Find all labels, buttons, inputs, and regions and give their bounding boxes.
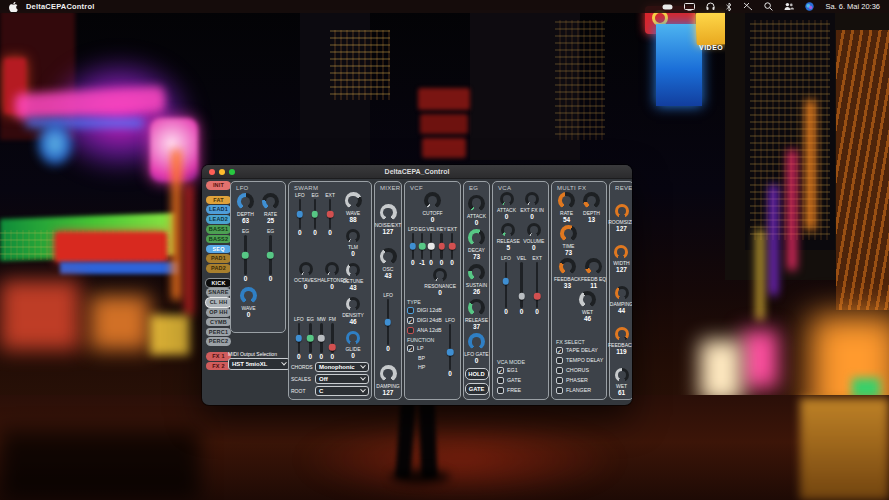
checkbox-digi-24db[interactable]: ✓DIGI 24dB: [407, 317, 442, 324]
mixer-osc-knob[interactable]: OSC43: [380, 248, 397, 279]
checkbox-bp[interactable]: BP: [407, 355, 442, 361]
spotlight-icon[interactable]: [764, 2, 773, 12]
reverb-wet-knob[interactable]: WET61: [615, 368, 629, 396]
reverb-roomsize-knob[interactable]: ROOMSIZE127: [608, 204, 632, 232]
vca-release-knob[interactable]: RELEASE5: [497, 223, 520, 251]
vcf-key-slider[interactable]: KEY0: [437, 226, 447, 266]
preset-perc1[interactable]: PERC1: [206, 328, 231, 337]
preset-lead1[interactable]: LEAD1: [206, 205, 231, 214]
vcf-resonance-knob[interactable]: RESONANCE0: [424, 268, 456, 296]
vcf-eg-slider[interactable]: EG-1: [418, 226, 425, 266]
vcf-lfo-mod-slider[interactable]: LFO0: [442, 317, 458, 377]
mfx-depth-knob[interactable]: DEPTH13: [583, 192, 600, 223]
mfx-rate-knob[interactable]: RATE54: [558, 192, 575, 223]
lfo-eg1-slider[interactable]: EG0: [242, 228, 249, 282]
pill-icon[interactable]: [662, 2, 673, 12]
vca-ext-slider[interactable]: EXT0: [532, 255, 542, 315]
scales-dropdown[interactable]: Off: [315, 374, 369, 384]
checkbox-hp[interactable]: HP: [407, 364, 442, 370]
vcf-lfo-slider[interactable]: LFO0: [408, 226, 418, 266]
lfo-rate-knob[interactable]: RATE25: [262, 193, 279, 224]
siri-icon[interactable]: [805, 2, 814, 12]
lfo-depth-knob[interactable]: DEPTH63: [237, 193, 254, 224]
lfo-eg2-slider[interactable]: EG0: [267, 228, 274, 282]
swarm-tlm-knob[interactable]: TLM0: [346, 229, 360, 257]
checkbox-tape-delay[interactable]: ✓TAPE DELAY: [556, 347, 604, 354]
checkbox-flanger[interactable]: FLANGER: [556, 387, 604, 394]
swarm-eg-slider[interactable]: EG0: [311, 192, 318, 236]
eg-release-knob[interactable]: RELEASE37: [465, 299, 488, 330]
apple-menu-icon[interactable]: [9, 2, 18, 12]
eg-decay-knob[interactable]: DECAY73: [468, 229, 485, 260]
checkbox-vca-gate[interactable]: GATE: [497, 377, 546, 384]
swarm-octaves-knob[interactable]: OCTAVES0: [294, 262, 317, 290]
preset-bass2[interactable]: BASS2: [206, 235, 231, 244]
swarm-mw-slider[interactable]: MW0: [317, 316, 326, 360]
preset-init[interactable]: INIT: [206, 181, 231, 190]
checkbox-chorus[interactable]: CHORUS: [556, 367, 604, 374]
swarm-eg2-slider[interactable]: EG0: [307, 316, 314, 360]
preset-seq[interactable]: SEQ: [206, 245, 231, 254]
swarm-lfo2-slider[interactable]: LFO0: [294, 316, 304, 360]
mfx-feedback-knob[interactable]: FEEDBACK33: [554, 258, 581, 289]
preset-perc2[interactable]: PERC2: [206, 337, 231, 346]
swarm-fm-slider[interactable]: FM0: [329, 316, 336, 360]
preset-bass1[interactable]: BASS1: [206, 225, 231, 234]
user-switch-icon[interactable]: [784, 2, 794, 12]
gate-button[interactable]: GATE: [465, 383, 489, 395]
lfo-wave-knob[interactable]: WAVE0: [240, 287, 257, 318]
vcf-vel-slider[interactable]: VEL0: [426, 226, 435, 266]
bluetooth-icon[interactable]: [726, 2, 732, 12]
preset-fat[interactable]: FAT: [206, 196, 231, 205]
vca-attack-knob[interactable]: ATTACK0: [497, 192, 516, 220]
preset-pad1[interactable]: PAD1: [206, 254, 231, 263]
mfx-wet-knob[interactable]: WET46: [579, 291, 596, 322]
preset-cl-hh[interactable]: CL HH: [206, 298, 231, 307]
swarm-density-knob[interactable]: DENSITY46: [342, 297, 364, 325]
swarm-lfo-slider[interactable]: LFO0: [295, 192, 305, 236]
menubar-app-name[interactable]: DeltaCEPAControl: [26, 2, 94, 11]
pen-slash-icon[interactable]: [743, 2, 753, 12]
preset-lead2[interactable]: LEAD2: [206, 215, 231, 224]
checkbox-vca-free[interactable]: FREE: [497, 387, 546, 394]
swarm-wave-knob[interactable]: WAVE88: [345, 192, 362, 223]
preset-snare[interactable]: SNARE: [206, 288, 231, 297]
swarm-glide-knob[interactable]: GLIDE0: [345, 331, 360, 359]
reverb-damping-knob[interactable]: DAMPING44: [610, 286, 632, 314]
reverb-width-knob[interactable]: WIDTH127: [613, 245, 629, 273]
checkbox-tempo-delay[interactable]: TEMPO DELAY: [556, 357, 604, 364]
menubar-clock[interactable]: Sa. 6. Mai 20:36: [825, 2, 880, 11]
mfx-time-knob[interactable]: TIME73: [560, 225, 577, 256]
root-dropdown[interactable]: C: [315, 386, 369, 396]
reverb-feedback-knob[interactable]: FEEDBACK119: [608, 327, 632, 355]
preset-op-hh[interactable]: OP HH: [206, 308, 231, 317]
vcf-ext-slider[interactable]: EXT0: [447, 226, 457, 266]
preset-cymb[interactable]: CYMB: [206, 318, 231, 327]
swarm-detune-knob[interactable]: DETUNE43: [343, 263, 364, 291]
headphones-icon[interactable]: [706, 2, 715, 12]
chords-dropdown[interactable]: Monophonic: [315, 362, 369, 372]
vcf-cutoff-knob[interactable]: CUTOFF0: [422, 192, 442, 223]
checkbox-digi-12db[interactable]: DIGI 12dB: [407, 307, 442, 314]
midi-output-dropdown[interactable]: HST 5mioXL: [228, 358, 290, 370]
mixer-damping-knob[interactable]: DAMPING127: [376, 365, 399, 396]
display-icon[interactable]: [684, 2, 695, 12]
swarm-ext-slider[interactable]: EXT0: [325, 192, 335, 236]
vca-ext-fx-in-knob[interactable]: EXT FX IN0: [520, 192, 544, 220]
hold-button[interactable]: HOLD: [465, 368, 489, 380]
checkbox-ana-12db[interactable]: ANA 12dB: [407, 327, 442, 334]
eg-lfo-gate-knob[interactable]: LFO GATE0: [464, 333, 488, 364]
mixer-noise-ext-knob[interactable]: NOISE/EXT127: [375, 204, 402, 235]
preset-kick[interactable]: KICK: [206, 279, 231, 288]
checkbox-lp[interactable]: ✓LP: [407, 345, 442, 352]
eg-sustain-knob[interactable]: SUSTAIN26: [466, 264, 487, 295]
checkbox-eg1[interactable]: ✓EG1: [497, 367, 546, 374]
vca-lfo-slider[interactable]: LFO0: [501, 255, 511, 315]
preset-pad2[interactable]: PAD2: [206, 264, 231, 273]
vca-volume-knob[interactable]: VOLUME0: [523, 223, 544, 251]
mfx-feedb-eq-knob[interactable]: FEEDB EQ11: [581, 258, 606, 289]
eg-attack-knob[interactable]: ATTACK0: [467, 195, 486, 226]
window-titlebar[interactable]: DeltaCEPA_Control: [202, 165, 632, 179]
mixer-lfo-slider[interactable]: LFO0: [383, 292, 393, 352]
checkbox-phaser[interactable]: PHASER: [556, 377, 604, 384]
